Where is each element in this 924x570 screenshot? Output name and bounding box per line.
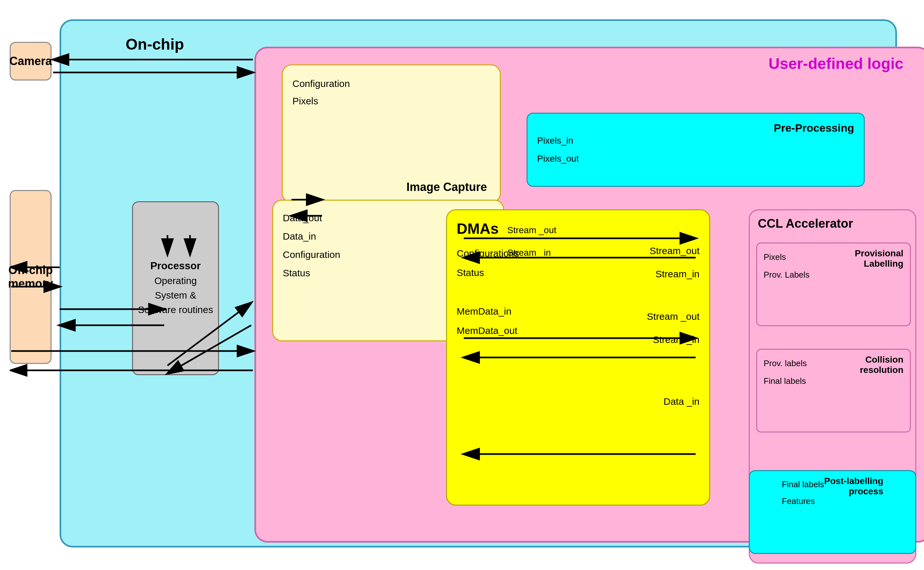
dmas-data-in: Data _in — [647, 390, 700, 413]
post-labelling-box: Final labels Features Post-labelling pro… — [749, 470, 916, 554]
dmas-streams: Stream_out Stream_in Stream _out Stream … — [647, 239, 700, 413]
image-capture-box: Configuration Pixels Image Capture — [282, 64, 501, 203]
collision-label-normal: resolution — [860, 365, 903, 375]
collision-port-prov-labels: Prov. labels — [764, 355, 807, 372]
offchip-memory-box: Off-chip memory — [10, 190, 52, 364]
post-port-features: Features — [781, 493, 824, 509]
user-defined-label: User-defined logic — [768, 55, 903, 72]
camera-box: Camera — [10, 42, 52, 81]
preprocessing-label: Pre-Processing — [774, 122, 854, 134]
dmas-stream-in-2: Stream _in — [647, 328, 700, 351]
provisional-label-normal: Labelling — [855, 259, 903, 269]
processor-label-bold: Processor — [150, 260, 201, 272]
image-capture-label: Image Capture — [406, 180, 487, 194]
collision-resolution-box: Prov. labels Final labels Collision reso… — [756, 349, 911, 432]
image-capture-ports: Configuration Pixels — [293, 75, 490, 110]
dmas-stream-out-1: Stream_out — [647, 239, 700, 262]
stream-in-signal: Stream _in — [507, 242, 556, 264]
preproc-port-pixels-out: Pixels_out — [537, 150, 579, 168]
preprocessing-box: Pixels_in Pixels_out Pre-Processing — [527, 113, 865, 187]
dmas-box: DMAs Configurations Status MemData_in Me… — [446, 209, 710, 506]
postlabelling-ports: Final labels Features — [781, 476, 824, 509]
provisional-label: Provisional Labelling — [855, 248, 903, 269]
collision-port-final-labels: Final labels — [764, 372, 807, 390]
dmas-title: DMAs — [457, 220, 700, 238]
collision-label: Collision resolution — [860, 355, 903, 375]
stream-signals-middle: Stream _out Stream _in — [507, 219, 556, 264]
provisional-ports: Pixels Prov. Labels — [764, 248, 810, 283]
processor-label-normal: Operating System & Software routines — [138, 273, 213, 317]
user-defined-box: User-defined logic Configuration Pixels … — [254, 47, 924, 542]
ccl-label: CCL Accelerator — [758, 217, 907, 231]
onchip-label: On-chip — [126, 35, 184, 53]
collision-ports: Prov. labels Final labels — [764, 355, 807, 390]
provisional-labelling-box: Pixels Prov. Labels Provisional Labellin… — [756, 242, 911, 326]
diagram-container: Camera Off-chip memory On-chip User-defi… — [10, 10, 912, 557]
processor-box: Processor Operating System & Software ro… — [132, 201, 219, 375]
onchip-box: On-chip User-defined logic Configuration… — [60, 19, 897, 547]
prov-port-pixels: Pixels — [764, 248, 810, 266]
post-port-final-labels: Final labels — [781, 476, 824, 493]
postlabelling-label: Post-labelling process — [824, 476, 883, 496]
preproc-port-pixels-in: Pixels_in — [537, 132, 579, 150]
camera-label: Camera — [9, 54, 52, 68]
postlabelling-label-bold: Post-labelling — [824, 476, 883, 486]
dmas-stream-out-2: Stream _out — [647, 305, 700, 328]
dmas-stream-in-1: Stream_in — [647, 262, 700, 286]
collision-label-bold: Collision — [860, 355, 903, 365]
stream-out-signal: Stream _out — [507, 219, 556, 242]
postlabelling-label-normal: process — [824, 486, 883, 496]
prov-port-labels: Prov. Labels — [764, 266, 810, 284]
preprocessing-ports: Pixels_in Pixels_out — [537, 132, 579, 168]
offchip-memory-label: Off-chip memory — [8, 264, 53, 291]
ic-port-pixels: Pixels — [293, 92, 490, 110]
ic-port-config: Configuration — [293, 75, 490, 92]
provisional-label-bold: Provisional — [855, 248, 903, 259]
